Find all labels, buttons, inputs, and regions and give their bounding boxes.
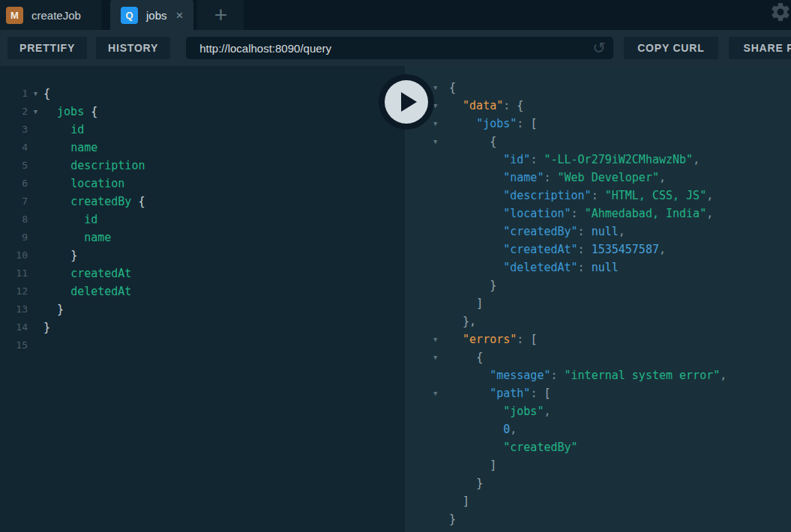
code-text: "message": "internal system error", — [449, 366, 727, 384]
response-line: "description": "HTML, CSS, JS", — [405, 187, 791, 205]
reload-icon[interactable]: ↺ — [589, 38, 609, 58]
code-text: } — [43, 247, 77, 265]
editor-line[interactable]: 2▼ jobs { — [0, 103, 405, 121]
line-number: 9 — [0, 229, 28, 247]
fold-gutter — [28, 318, 43, 336]
editor-line[interactable]: 15 — [0, 336, 405, 354]
close-icon[interactable]: × — [176, 9, 184, 22]
response-viewer: ▼{▼ "data": {▼ "jobs": [▼ { "id": "-LL-O… — [405, 66, 791, 532]
fold-gutter — [28, 175, 43, 193]
editor-line[interactable]: 6 location — [0, 175, 405, 193]
code-text: "location": "Ahmedabad, India", — [449, 205, 713, 223]
response-line: "id": "-LL-Or279iW2CMhawzNb", — [405, 151, 791, 169]
response-line: "message": "internal system error", — [405, 366, 791, 384]
code-text: "name": "Web Developer", — [449, 169, 666, 187]
editor-line[interactable]: 10 } — [0, 247, 405, 265]
endpoint-url-input[interactable] — [186, 37, 613, 59]
code-text: "data": { — [449, 97, 523, 115]
code-text: createdAt — [43, 265, 131, 282]
editor-line[interactable]: 4 name — [0, 139, 405, 157]
line-number: 11 — [0, 265, 28, 282]
line-number: 14 — [0, 318, 28, 336]
new-tab-button[interactable]: + — [197, 0, 244, 30]
fold-gutter — [405, 205, 449, 223]
fold-gutter — [405, 187, 449, 205]
code-text: ] — [449, 492, 469, 510]
line-number: 5 — [0, 157, 28, 175]
settings-gear-icon[interactable] — [769, 1, 791, 29]
mutation-badge: M — [6, 7, 23, 24]
share-playground-button[interactable]: SHARE PLAYGROUND — [729, 37, 791, 59]
code-text: name — [43, 229, 111, 247]
code-text: "jobs": [ — [449, 115, 537, 133]
fold-gutter — [405, 492, 449, 510]
fold-gutter — [405, 438, 449, 456]
editor-line[interactable]: 3 id — [0, 121, 405, 139]
editor-line[interactable]: 7 createdBy { — [0, 193, 405, 211]
editor-line[interactable]: 1▼{ — [0, 85, 405, 103]
code-text: "createdAt": 1535457587, — [449, 241, 666, 259]
execute-query-button[interactable] — [379, 74, 434, 130]
response-line: "deletedAt": null — [405, 259, 791, 276]
fold-gutter — [405, 420, 449, 438]
fold-arrow-icon[interactable]: ▼ — [405, 330, 449, 348]
fold-gutter — [28, 265, 43, 282]
response-line: ▼ "jobs": [ — [405, 115, 791, 133]
tab-label: createJob — [31, 9, 81, 22]
tab-createjob[interactable]: M createJob — [0, 0, 101, 30]
editor-line[interactable]: 11 createdAt — [0, 265, 405, 282]
prettify-button[interactable]: PRETTIFY — [7, 37, 87, 59]
code-text: id — [43, 211, 97, 229]
response-line: "createdBy": null, — [405, 223, 791, 241]
code-text: name — [43, 139, 97, 157]
fold-gutter — [405, 456, 449, 474]
code-text: createdBy { — [43, 193, 145, 211]
fold-gutter — [28, 282, 43, 300]
editor-line[interactable]: 14} — [0, 318, 405, 336]
line-number: 15 — [0, 336, 28, 354]
toolbar: PRETTIFY HISTORY ↺ COPY CURL SHARE PLAYG… — [0, 30, 791, 66]
response-line: "location": "Ahmedabad, India", — [405, 205, 791, 223]
response-line: ▼ "data": { — [405, 97, 791, 115]
line-number: 13 — [0, 300, 28, 318]
fold-gutter — [405, 276, 449, 294]
fold-gutter — [28, 157, 43, 175]
code-text: "errors": [ — [449, 330, 537, 348]
response-line: } — [405, 276, 791, 294]
code-text: { — [449, 133, 496, 151]
code-text: description — [43, 157, 145, 175]
fold-gutter — [28, 211, 43, 229]
fold-gutter — [28, 121, 43, 139]
fold-arrow-icon[interactable]: ▼ — [405, 384, 449, 402]
code-text: jobs { — [43, 103, 97, 121]
code-text: "createdBy": null, — [449, 223, 625, 241]
response-line: ▼ { — [405, 348, 791, 366]
history-button[interactable]: HISTORY — [96, 37, 170, 59]
code-text: deletedAt — [43, 282, 131, 300]
copy-curl-button[interactable]: COPY CURL — [624, 37, 718, 59]
editor-line[interactable]: 8 id — [0, 211, 405, 229]
fold-arrow-icon[interactable]: ▼ — [405, 133, 449, 151]
editor-line[interactable]: 13 } — [0, 300, 405, 318]
fold-gutter — [405, 223, 449, 241]
response-line: "name": "Web Developer", — [405, 169, 791, 187]
fold-gutter — [28, 193, 43, 211]
editor-line[interactable]: 12 deletedAt — [0, 282, 405, 300]
response-line: } — [405, 474, 791, 492]
play-circle — [385, 80, 428, 124]
fold-gutter — [405, 474, 449, 492]
response-line: ▼ "path": [ — [405, 384, 791, 402]
fold-gutter — [405, 169, 449, 187]
fold-arrow-icon[interactable]: ▼ — [28, 103, 43, 121]
query-editor[interactable]: 1▼{2▼ jobs {3 id4 name5 description6 loc… — [0, 66, 405, 532]
tab-jobs[interactable]: Q jobs × — [110, 0, 193, 30]
code-text: } — [449, 510, 456, 528]
editor-line[interactable]: 9 name — [0, 229, 405, 247]
code-text: 0, — [449, 420, 517, 438]
fold-arrow-icon[interactable]: ▼ — [28, 85, 43, 103]
editor-line[interactable]: 5 description — [0, 157, 405, 175]
response-line: }, — [405, 312, 791, 330]
fold-arrow-icon[interactable]: ▼ — [405, 348, 449, 366]
fold-gutter — [405, 510, 449, 528]
line-number: 12 — [0, 282, 28, 300]
